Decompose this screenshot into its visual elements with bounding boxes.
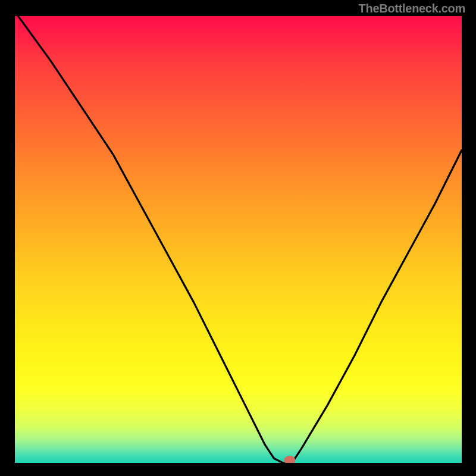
bottleneck-curve-path (15, 16, 462, 463)
chart-frame: TheBottleneck.com (0, 0, 476, 476)
plot-area (15, 16, 462, 463)
curve-svg (15, 16, 462, 463)
bottleneck-marker (284, 456, 295, 463)
attribution-text: TheBottleneck.com (359, 2, 465, 15)
